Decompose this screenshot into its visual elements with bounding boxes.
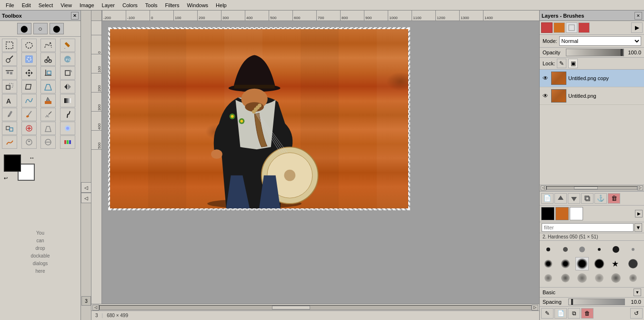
fg-color-box[interactable] [4,155,21,172]
brush-filter-dropdown[interactable]: ▼ [634,223,642,232]
layer-scroll-right[interactable]: ▷ [637,186,643,190]
brush-cell[interactable] [559,286,572,288]
tool-foreground-select[interactable]: FG [60,52,75,66]
panel-collapse-btn-2[interactable]: ◁ [81,193,91,203]
brush-cell[interactable] [575,271,589,285]
brush-preset-white[interactable] [570,207,583,220]
brush-cell[interactable]: ★ [609,257,623,270]
tool-scale[interactable] [2,80,17,93]
brushes-tab-button[interactable] [578,22,590,33]
tool-color-select[interactable] [21,52,37,66]
h-scroll-track[interactable] [99,305,532,310]
menu-tools[interactable]: Tools [141,1,161,9]
tool-desaturate[interactable] [40,135,56,149]
brushes-panel-menu[interactable]: ▶ [635,210,643,217]
scroll-right-btn[interactable]: ▷ [532,305,538,310]
tool-dodge-burn[interactable] [21,135,37,149]
opacity-slider[interactable] [566,49,624,56]
reset-colors-icon[interactable]: ↩ [4,175,8,181]
layers-panel-close-button[interactable]: ✕ [634,12,642,20]
layer-item-0[interactable]: 👁 Untitled.png copy [540,70,644,87]
h-scrollbar[interactable]: ◁ ▷ [91,304,539,310]
brush-cell[interactable] [593,257,606,270]
panel-collapse-btn-1[interactable]: ◁ [81,182,91,193]
tool-airbrush[interactable] [40,108,56,121]
tool-pencil2[interactable] [2,108,17,121]
tool-ellipse-select[interactable] [21,39,37,52]
brush-cell[interactable] [626,257,640,270]
mode-select[interactable]: Normal Multiply Screen Overlay [559,36,641,46]
tool-shear[interactable] [21,80,37,93]
menu-image[interactable]: Image [76,1,98,9]
tool-move[interactable] [21,66,37,80]
tool-clone[interactable] [2,122,17,135]
paths-tab-button[interactable] [566,22,577,33]
brush-preset-black[interactable] [541,207,554,220]
tool-pencil[interactable] [60,39,75,52]
anchor-layer-button[interactable]: ⚓ [594,193,607,204]
channels-tab-button[interactable] [553,22,565,33]
lock-alpha-button[interactable]: ▣ [568,59,578,68]
panel-menu-button[interactable]: ▶ [631,22,643,33]
menu-select[interactable]: Select [35,1,57,9]
brush-cell[interactable] [609,271,623,285]
brush-cell[interactable] [626,271,640,285]
duplicate-layer-button[interactable] [581,193,594,204]
brush-cell[interactable] [559,271,572,285]
brush-cell[interactable] [575,243,589,256]
menu-filters[interactable]: Filters [161,1,183,9]
layer-item-1[interactable]: 👁 Untitled.png [540,87,644,105]
brush-cell[interactable] [542,271,555,285]
tool-perspective[interactable] [40,80,56,93]
tool-fuzzy-select[interactable] [2,52,17,66]
tool-smudge[interactable] [2,135,17,149]
spacing-slider[interactable] [568,299,625,305]
layer-visibility-toggle-0[interactable]: 👁 [542,74,549,82]
tool-paintbrush[interactable] [21,108,37,121]
menu-help[interactable]: Help [212,1,231,9]
brush-cell[interactable] [542,286,555,288]
tool-option-2[interactable]: ○ [33,23,48,34]
swap-colors-icon[interactable]: ↔ [29,155,35,161]
menu-view[interactable]: View [57,1,76,9]
toolbox-close-button[interactable]: ✕ [71,12,79,20]
tool-blend[interactable] [60,94,75,107]
menu-file[interactable]: File [2,1,18,9]
lock-pixels-button[interactable]: ✎ [557,59,566,68]
layer-scroll-left[interactable]: ◁ [541,186,546,190]
tool-scissors-select[interactable] [40,52,56,66]
brush-cell[interactable] [542,243,555,256]
menu-windows[interactable]: Windows [183,1,212,9]
brush-cell[interactable] [542,257,555,270]
raise-layer-button[interactable] [554,193,567,204]
tool-free-select[interactable] [40,39,56,52]
brush-cell[interactable] [626,243,640,256]
refresh-brushes-button[interactable]: ↺ [630,308,643,319]
tool-rotate[interactable] [60,66,75,80]
brush-cell[interactable] [559,243,572,256]
tool-blur[interactable] [60,122,75,135]
opacity-thumb[interactable] [621,49,623,56]
brush-cell[interactable] [559,257,572,270]
main-canvas[interactable] [109,28,409,209]
edit-brush-button[interactable]: ✎ [541,308,553,319]
tool-color-balance[interactable] [60,135,75,149]
lower-layer-button[interactable] [568,193,580,204]
layer-visibility-toggle-1[interactable]: 👁 [542,92,549,100]
layer-scroll-track[interactable] [546,186,637,190]
brush-cell[interactable] [593,271,606,285]
menu-colors[interactable]: Colors [119,1,141,9]
brush-preset-orange[interactable] [555,207,569,220]
brush-filter-input[interactable] [542,223,634,232]
new-brush-button[interactable]: 📄 [554,308,567,319]
tool-perspective2[interactable] [40,122,56,135]
tool-rect-select[interactable] [2,39,17,52]
brush-cell[interactable] [593,243,606,256]
scroll-left-btn[interactable]: ◁ [92,305,99,310]
tool-text[interactable]: A [2,94,17,107]
tool-warp-transform[interactable] [21,94,37,107]
tool-bucket-fill[interactable] [40,94,56,107]
brush-cell[interactable] [609,243,623,256]
tool-ink[interactable] [60,108,75,121]
delete-brush-button[interactable]: 🗑 [581,308,594,319]
